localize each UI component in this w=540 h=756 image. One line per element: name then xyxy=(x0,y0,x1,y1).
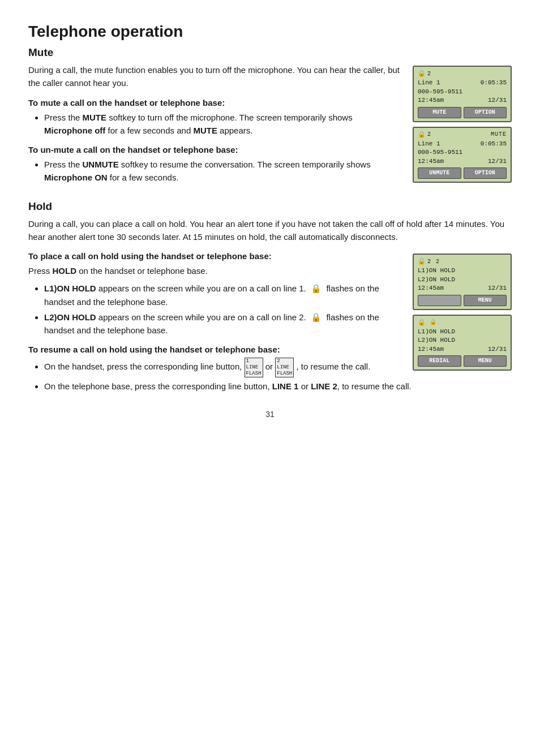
lcd-buttons-mute: MUTE OPTION xyxy=(418,107,507,118)
lcd-hold1-time-row: 12:45am 12/31 xyxy=(418,284,507,293)
unmute-sub-list: Press the UNMUTE softkey to resume the c… xyxy=(44,158,402,184)
lcd-row-1: Line 1 0:05:35 xyxy=(418,79,507,87)
lcd-date: 12/31 xyxy=(488,96,507,105)
lcd-icon-row-hold1: 🔒 2 2 xyxy=(418,257,507,266)
lcd-line-label: Line 1 xyxy=(418,79,440,87)
lcd-hold1-time: 12:45am xyxy=(418,284,444,293)
mute-sub1-heading: To mute a call on the handset or telepho… xyxy=(28,98,402,108)
mute-screens-block: 🔒 2 Line 1 0:05:35 000-595-9511 12:45am … xyxy=(413,66,512,183)
lcd-time-2: 12:45am xyxy=(418,157,444,166)
lcd-row-time: 12:45am 12/31 xyxy=(418,96,507,105)
lcd-row-phone-2: 000-595-9511 xyxy=(418,148,507,157)
lcd-line-num-2: 2 xyxy=(427,131,431,139)
line1-bold: LINE 1 xyxy=(272,381,299,391)
lcd-hold1-l2: L2)ON HOLD xyxy=(418,276,455,284)
lcd-hold1-empty-btn xyxy=(418,295,461,306)
lcd-hold2-time-row: 12:45am 12/31 xyxy=(418,345,507,354)
list-item: Press the MUTE softkey to turn off the m… xyxy=(44,111,402,138)
lcd-hold1-num1: 2 xyxy=(427,258,431,266)
microphone-on-bold: Microphone ON xyxy=(44,173,108,182)
lcd-hold2-l2: L2)ON HOLD xyxy=(418,336,455,345)
hold-bold-label: HOLD xyxy=(53,266,77,276)
lcd-option-btn-2[interactable]: OPTION xyxy=(464,167,507,179)
lcd-screen-hold-2: 🔒 🔒 L1)ON HOLD L2)ON HOLD 12:45am 12/31 … xyxy=(413,315,512,371)
lcd-icon-row-2: 🔒 2 MUTE xyxy=(418,131,507,139)
line1-icon: 1LINEFLASH xyxy=(245,358,263,377)
lcd-mute-status: MUTE xyxy=(491,131,507,139)
l2-on-hold-bold: L2)ON HOLD xyxy=(44,312,96,322)
lcd-menu-btn-2[interactable]: MENU xyxy=(464,355,507,367)
mute-bold-label: MUTE xyxy=(83,113,107,122)
lcd-phone-number: 000-595-9511 xyxy=(418,88,462,96)
lcd-hold2-row1: L1)ON HOLD xyxy=(418,328,507,336)
l1-on-hold-bold: L1)ON HOLD xyxy=(44,284,96,293)
list-item: On the telephone base, press the corresp… xyxy=(44,380,512,393)
mute-sub1-list: Press the MUTE softkey to turn off the m… xyxy=(44,111,402,138)
lcd-hold2-l1: L1)ON HOLD xyxy=(418,328,455,336)
lcd-hold1-row1: L1)ON HOLD xyxy=(418,267,507,275)
mute-badge-label: MUTE xyxy=(193,126,217,135)
lcd-icon-row-hold2: 🔒 🔒 xyxy=(418,319,507,327)
lcd-hold2-row2: L2)ON HOLD xyxy=(418,336,507,345)
lcd-phone-number-2: 000-595-9511 xyxy=(418,148,462,157)
lcd-redial-btn[interactable]: REDIAL xyxy=(418,355,461,367)
hold-section: Hold During a call, you can place a call… xyxy=(28,200,512,393)
lcd-hold2-date: 12/31 xyxy=(488,345,507,354)
lcd-option-btn-1[interactable]: OPTION xyxy=(464,107,507,118)
mute-intro-text: During a call, the mute function enables… xyxy=(28,63,402,90)
lcd-hold1-icon2: 2 xyxy=(436,258,439,266)
page-title: Telephone operation xyxy=(28,23,512,41)
list-item: Press the UNMUTE softkey to resume the c… xyxy=(44,158,402,184)
lcd-row-time-2: 12:45am 12/31 xyxy=(418,157,507,166)
unmute-sub-heading: To un-mute a call on the handset or tele… xyxy=(28,145,402,154)
lock-icon-1: 🔒 xyxy=(418,70,426,78)
hold-screens-block: 🔒 2 2 L1)ON HOLD L2)ON HOLD 12:45am 12/3… xyxy=(413,254,512,371)
lcd-row-2: Line 1 0:05:35 xyxy=(418,140,507,148)
page-number: 31 xyxy=(28,410,512,419)
lcd-buttons-unmute: UNMUTE OPTION xyxy=(418,167,507,179)
mute-text-block: During a call, the mute function enables… xyxy=(28,63,402,189)
lcd-date-2: 12/31 xyxy=(488,157,507,166)
lcd-screen-mute: 🔒 2 Line 1 0:05:35 000-595-9511 12:45am … xyxy=(413,66,512,122)
microphone-off-bold: Microphone off xyxy=(44,126,105,135)
lock-icon-hold2b: 🔒 xyxy=(430,319,436,327)
lcd-hold2-time: 12:45am xyxy=(418,345,444,354)
lcd-hold2-buttons: REDIAL MENU xyxy=(418,355,507,367)
or-text: or xyxy=(265,362,276,371)
mute-heading: Mute xyxy=(28,46,512,59)
lock-icon-2: 🔒 xyxy=(418,131,426,139)
lcd-hold1-row2: L2)ON HOLD xyxy=(418,276,507,284)
lcd-menu-btn-1[interactable]: MENU xyxy=(464,295,507,306)
mute-intro-block: During a call, the mute function enables… xyxy=(28,63,512,189)
hold-heading: Hold xyxy=(28,200,512,213)
lcd-mute-btn[interactable]: MUTE xyxy=(418,107,461,118)
unmute-bold-label: UNMUTE xyxy=(83,160,119,169)
lock-icon-hold1a: 🔒 xyxy=(418,257,426,266)
line2-bold: LINE 2 xyxy=(311,381,337,391)
line2-icon: 2LINEFLASH xyxy=(275,358,294,377)
lcd-hold1-buttons: MENU xyxy=(418,295,507,306)
lcd-hold1-l1: L1)ON HOLD xyxy=(418,267,455,275)
lcd-timer: 0:05:35 xyxy=(481,79,507,87)
lcd-line-label-2: Line 1 xyxy=(418,140,440,148)
mute-section: Mute During a call, the mute function en… xyxy=(28,46,512,189)
hold-intro-text: During a call, you can place a call on h… xyxy=(28,217,512,244)
lock-icon-hold2a: 🔒 xyxy=(418,319,426,327)
lcd-icon-row-1: 🔒 2 xyxy=(418,70,507,78)
lcd-timer-2: 0:05:35 xyxy=(481,140,507,148)
lcd-screen-hold-1: 🔒 2 2 L1)ON HOLD L2)ON HOLD 12:45am 12/3… xyxy=(413,254,512,310)
lcd-hold1-date: 12/31 xyxy=(488,284,507,293)
lcd-time: 12:45am xyxy=(418,96,444,105)
lcd-row-phone: 000-595-9511 xyxy=(418,88,507,96)
lcd-line-num-1: 2 xyxy=(427,70,431,78)
lcd-screen-unmute: 🔒 2 MUTE Line 1 0:05:35 000-595-9511 12:… xyxy=(413,127,512,183)
lcd-unmute-btn[interactable]: UNMUTE xyxy=(418,167,461,179)
